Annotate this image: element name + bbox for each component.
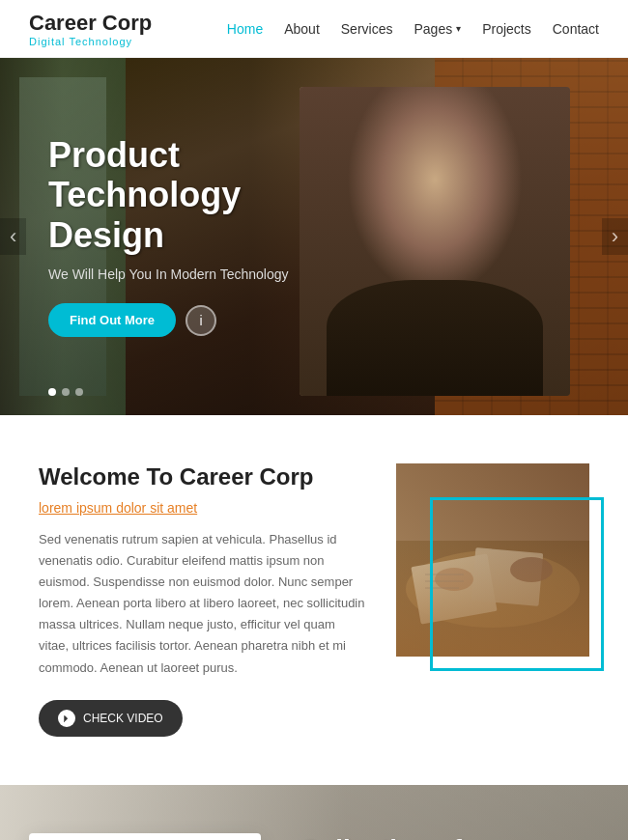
welcome-right-image: [396, 463, 589, 657]
nav-projects[interactable]: Projects: [482, 21, 531, 37]
hero-next-button[interactable]: ›: [602, 218, 628, 255]
image-border-accent: [430, 497, 604, 671]
testimonial-card: Brian Fantana lorem ipsum dolor ★ ★ ★ ★ …: [29, 833, 261, 840]
logo-name: Career Corp: [29, 11, 152, 36]
collections-content: Collections from our customers Lorem ips…: [290, 833, 599, 840]
collections-title: Collections from our customers: [300, 833, 599, 840]
info-button[interactable]: i: [186, 305, 216, 336]
hero-dot-indicators: [48, 388, 83, 396]
testimonial-background-overlay: [0, 785, 628, 840]
nav-about[interactable]: About: [284, 21, 320, 37]
welcome-section: Welcome To Career Corp lorem ipsum dolor…: [0, 415, 628, 785]
hero-prev-button[interactable]: ‹: [0, 218, 26, 255]
logo: Career Corp Digital Technology: [29, 11, 152, 47]
nav-contact[interactable]: Contact: [553, 21, 599, 37]
testimonial-section: Brian Fantana lorem ipsum dolor ★ ★ ★ ★ …: [0, 785, 628, 840]
hero-person-image: [300, 87, 570, 396]
nav-services[interactable]: Services: [341, 21, 393, 37]
main-nav: Home About Services Pages ▾ Projects Con…: [227, 21, 599, 37]
hero-dot-3[interactable]: [75, 388, 83, 396]
hero-buttons: Find Out More i: [48, 303, 319, 337]
welcome-left-content: Welcome To Career Corp lorem ipsum dolor…: [39, 463, 367, 737]
welcome-link[interactable]: lorem ipsum dolor sit amet: [39, 500, 367, 516]
hero-dot-2[interactable]: [62, 388, 70, 396]
hero-subtitle: We Will Help You In Modern Technology: [48, 266, 319, 282]
logo-subtitle: Digital Technology: [29, 36, 152, 47]
hero-title: Product Technology Design: [48, 135, 319, 255]
nav-pages[interactable]: Pages ▾: [414, 21, 461, 37]
hero-content: Product Technology Design We Will Help Y…: [48, 135, 319, 337]
find-out-more-button[interactable]: Find Out More: [48, 303, 176, 337]
hero-section: Product Technology Design We Will Help Y…: [0, 58, 628, 415]
chevron-down-icon: ▾: [456, 23, 461, 34]
welcome-body-text: Sed venenatis rutrum sapien at vehicula.…: [39, 529, 367, 679]
site-header: Career Corp Digital Technology Home Abou…: [0, 0, 628, 58]
welcome-title: Welcome To Career Corp: [39, 463, 367, 490]
check-video-button[interactable]: CHECK VIDEO: [39, 700, 183, 737]
hero-dot-1[interactable]: [48, 388, 56, 396]
nav-home[interactable]: Home: [227, 21, 263, 37]
